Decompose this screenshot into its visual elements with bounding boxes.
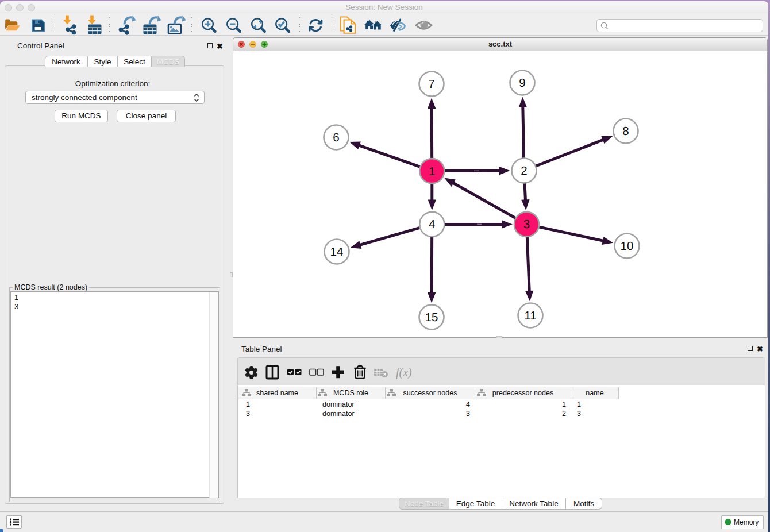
svg-text:15: 15 — [425, 311, 438, 324]
svg-text:11: 11 — [524, 309, 536, 322]
svg-text:f(x): f(x) — [396, 366, 412, 379]
svg-text:6: 6 — [333, 131, 339, 144]
svg-text:2: 2 — [521, 164, 527, 178]
svg-text:4: 4 — [429, 218, 435, 231]
svg-text:14: 14 — [330, 245, 344, 259]
svg-text:1: 1 — [429, 165, 435, 178]
svg-text:Memory: Memory — [734, 518, 759, 526]
svg-text:3: 3 — [523, 218, 530, 231]
svg-text:7: 7 — [428, 78, 434, 91]
svg-text:10: 10 — [621, 240, 634, 253]
svg-text:8: 8 — [622, 125, 629, 138]
svg-text:9: 9 — [519, 76, 525, 90]
